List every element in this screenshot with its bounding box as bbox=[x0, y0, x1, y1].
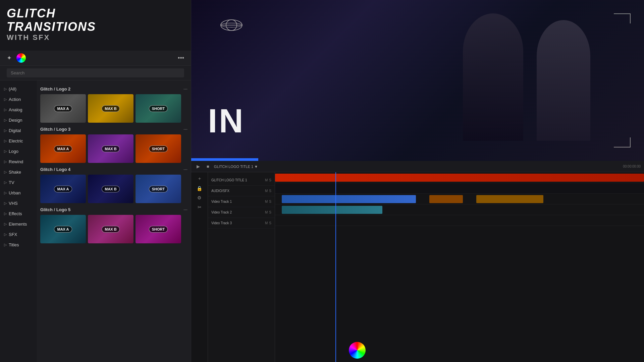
sidebar-item-vhs[interactable]: ▷ VHS bbox=[0, 198, 37, 208]
preset-card-inner: MAX B bbox=[88, 175, 133, 203]
preset-badge-label: MAX A bbox=[54, 145, 72, 152]
track-controls: M S bbox=[265, 189, 271, 193]
settings-button[interactable]: ⚙ bbox=[197, 195, 202, 200]
preset-card-inner: MAX B bbox=[88, 94, 133, 123]
preset-card[interactable]: MAX B bbox=[88, 94, 133, 123]
solo-button[interactable]: S bbox=[269, 210, 271, 214]
sparkle-icon[interactable]: ✦ bbox=[7, 54, 12, 62]
section-collapse-icon[interactable]: ⋯ bbox=[183, 127, 187, 132]
timeline-clip[interactable] bbox=[275, 174, 644, 182]
preset-badge-label: MAX B bbox=[102, 186, 119, 192]
playhead[interactable] bbox=[335, 172, 336, 362]
section-collapse-icon[interactable]: ⋯ bbox=[183, 87, 187, 92]
preset-card[interactable]: MAX B bbox=[88, 215, 133, 243]
track-name: GLITCH LOGO TITLE 1 bbox=[211, 178, 247, 182]
preset-badge-label: SHORT bbox=[149, 105, 168, 112]
sidebar-item-analog[interactable]: ▷ Analog bbox=[0, 105, 37, 115]
stop-button[interactable]: ■ bbox=[205, 163, 211, 170]
section-collapse-icon[interactable]: ⋯ bbox=[183, 167, 187, 172]
add-track-button[interactable]: ＋ bbox=[197, 176, 202, 182]
sidebar-item-all[interactable]: ▷ (All) bbox=[0, 84, 37, 94]
sidebar-item-sfx[interactable]: ▷ SFX bbox=[0, 229, 37, 240]
preset-card[interactable]: SHORT bbox=[136, 134, 181, 163]
preset-card[interactable]: SHORT bbox=[136, 175, 181, 203]
preset-card-inner: MAX B bbox=[88, 134, 133, 163]
timeline-area: ▶ ■ GLITCH LOGO TITLE 1 ▼ 00:00:00:00 ＋ … bbox=[191, 161, 644, 362]
track-name: Video Track 2 bbox=[211, 210, 232, 214]
sidebar-item-tv[interactable]: ▷ TV bbox=[0, 177, 37, 188]
timeline-clip[interactable] bbox=[282, 206, 382, 214]
folder-icon: ▷ bbox=[4, 118, 7, 122]
more-options-button[interactable]: ••• bbox=[178, 55, 184, 62]
panel-header: GLITCH TRANSITIONS WITH SFX bbox=[0, 0, 191, 51]
solo-button[interactable]: S bbox=[269, 200, 271, 203]
track-row: AUDIO/SFX M S bbox=[208, 186, 275, 196]
sidebar-item-effects-label: Effects bbox=[9, 211, 22, 216]
mute-button[interactable]: M bbox=[265, 178, 268, 182]
sidebar-item-logo[interactable]: ▷ Logo bbox=[0, 146, 37, 157]
preset-card[interactable]: MAX A bbox=[40, 175, 86, 203]
color-wheel-button[interactable] bbox=[16, 53, 26, 63]
folder-icon: ▷ bbox=[4, 212, 7, 216]
mute-button[interactable]: M bbox=[265, 221, 268, 225]
track-controls: M S bbox=[265, 221, 271, 225]
preset-card[interactable]: MAX B bbox=[88, 175, 133, 203]
solo-button[interactable]: S bbox=[269, 189, 271, 193]
folder-icon: ▷ bbox=[4, 139, 7, 143]
solo-button[interactable]: S bbox=[269, 221, 271, 225]
sidebar-item-electric[interactable]: ▷ Electric bbox=[0, 136, 37, 146]
section-header-logo2: Glitch / Logo 2 ⋯ bbox=[40, 86, 187, 92]
sidebar-item-elements[interactable]: ▷ Elements bbox=[0, 219, 37, 229]
section-header-logo5: Glitch / Logo 5 ⋯ bbox=[40, 207, 187, 212]
sidebar-item-vhs-label: VHS bbox=[9, 201, 18, 206]
folder-icon: ▷ bbox=[4, 232, 7, 237]
track-row: Video Track 2 M S bbox=[208, 207, 275, 218]
section-logo2: Glitch / Logo 2 ⋯ MAX A MAX B bbox=[40, 86, 187, 123]
solo-button[interactable]: S bbox=[269, 178, 271, 182]
sidebar-item-rewind[interactable]: ▷ Rewind bbox=[0, 157, 37, 167]
preset-card[interactable]: MAX B bbox=[88, 134, 133, 163]
panel-toolbar: ✦ ••• bbox=[0, 51, 191, 66]
sidebar-item-action[interactable]: ▷ Action bbox=[0, 94, 37, 105]
preset-card[interactable]: MAX A bbox=[40, 94, 86, 123]
section-logo4: Glitch / Logo 4 ⋯ MAX A MAX B bbox=[40, 167, 187, 203]
sidebar-item-urban[interactable]: ▷ Urban bbox=[0, 188, 37, 198]
preset-card[interactable]: SHORT bbox=[136, 94, 181, 123]
mute-button[interactable]: M bbox=[265, 189, 268, 193]
preset-card-inner: SHORT bbox=[136, 94, 181, 123]
preset-grid-logo4: MAX A MAX B SHORT bbox=[40, 175, 187, 203]
timeline-controls: ＋ 🔒 ⚙ ✂ bbox=[191, 172, 208, 362]
preset-card-inner: MAX A bbox=[40, 175, 86, 203]
sidebar-item-logo-label: Logo bbox=[9, 149, 18, 154]
preset-card[interactable]: SHORT bbox=[136, 215, 181, 243]
section-title-logo4: Glitch / Logo 4 bbox=[40, 167, 70, 172]
preset-card-inner: MAX A bbox=[40, 94, 86, 123]
timeline-clip-small[interactable] bbox=[476, 195, 543, 203]
mute-button[interactable]: M bbox=[265, 200, 268, 203]
sidebar-item-shake[interactable]: ▷ Shake bbox=[0, 167, 37, 177]
sidebar-item-titles[interactable]: ▷ Titles bbox=[0, 240, 37, 250]
sidebar-item-all-label: (All) bbox=[9, 86, 16, 92]
timeline-clip-small[interactable] bbox=[429, 195, 463, 203]
search-input[interactable] bbox=[7, 68, 184, 77]
sidebar-item-digital[interactable]: ▷ Digital bbox=[0, 125, 37, 136]
timeline-clip[interactable] bbox=[282, 195, 416, 203]
knife-button[interactable]: ✂ bbox=[198, 204, 202, 210]
sidebar-item-design[interactable]: ▷ Design bbox=[0, 115, 37, 125]
track-controls: M S bbox=[265, 210, 271, 214]
left-panel: GLITCH TRANSITIONS WITH SFX ✦ ••• ▷ (All… bbox=[0, 0, 191, 362]
track-name: AUDIO/SFX bbox=[211, 189, 229, 193]
title-line2: TRANSITIONS bbox=[7, 20, 184, 34]
preset-card[interactable]: MAX A bbox=[40, 134, 86, 163]
corner-bracket-top-right bbox=[614, 13, 631, 23]
sidebar-item-design-label: Design bbox=[9, 118, 22, 123]
color-wheel-timeline bbox=[349, 342, 366, 359]
preset-card[interactable]: MAX A bbox=[40, 215, 86, 243]
sidebar-item-effects[interactable]: ▷ Effects bbox=[0, 208, 37, 219]
section-collapse-icon[interactable]: ⋯ bbox=[183, 207, 187, 212]
sidebar-item-titles-label: Titles bbox=[9, 242, 19, 247]
play-button[interactable]: ▶ bbox=[195, 163, 202, 170]
lock-button[interactable]: 🔒 bbox=[197, 186, 202, 191]
mute-button[interactable]: M bbox=[265, 210, 268, 214]
sidebar-item-analog-label: Analog bbox=[9, 107, 22, 112]
